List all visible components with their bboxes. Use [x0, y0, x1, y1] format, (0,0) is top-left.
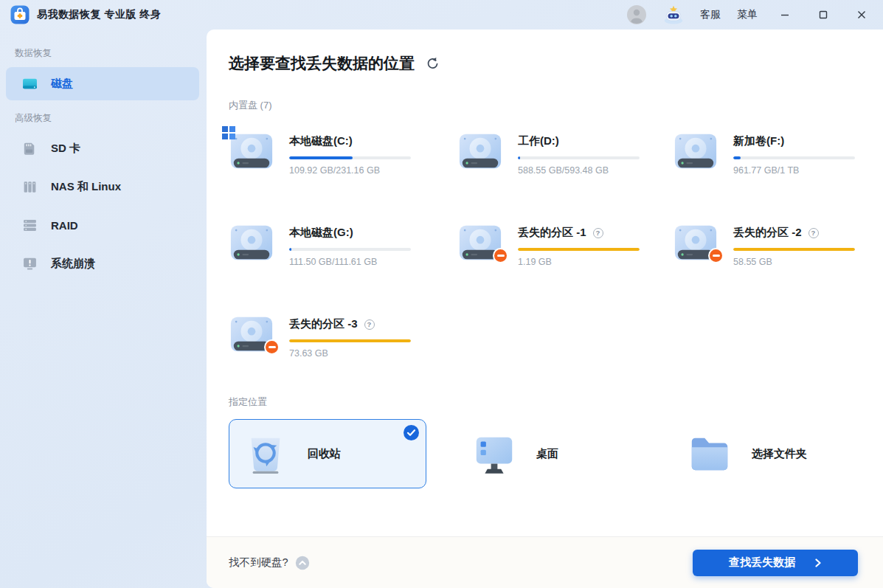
disk-capacity: 111.50 GB/111.61 GB: [289, 257, 411, 267]
assistant-mascot-icon[interactable]: [663, 4, 684, 25]
disk-drive-icon: [457, 131, 503, 173]
refresh-icon: [426, 57, 440, 71]
disk-name: 工作(D:): [518, 134, 559, 148]
titlebar: 易我数据恢复 专业版 终身 客服: [0, 0, 883, 30]
main-panel: 选择要查找丢失数据的位置 内置盘 (7) 本地磁盘(C:): [207, 30, 883, 588]
chevron-up-circle-icon: [295, 556, 310, 570]
sidebar-item-raid[interactable]: RAID: [6, 209, 199, 242]
capacity-bar: [289, 339, 411, 342]
sidebar: 数据恢复 磁盘 高级恢复 SD 卡 NAS 和 Linux RAID 系统崩溃: [0, 30, 207, 588]
help-icon[interactable]: ?: [364, 319, 375, 330]
disk-name: 丢失的分区 -1: [518, 226, 586, 240]
maximize-button[interactable]: [812, 5, 834, 24]
footer: 找不到硬盘? 查找丢失数据: [207, 536, 883, 588]
disk-card-new-volume-f[interactable]: 新加卷(F:) 961.77 GB/1 TB: [673, 131, 861, 176]
capacity-bar: [289, 248, 411, 251]
help-icon[interactable]: ?: [593, 228, 603, 238]
chevron-right-icon: [814, 558, 822, 567]
app-title: 易我数据恢复 专业版 终身: [37, 8, 161, 21]
location-label: 桌面: [536, 447, 558, 461]
menu-button[interactable]: 菜单: [737, 8, 758, 21]
specified-locations-label: 指定位置: [229, 395, 861, 409]
sidebar-item-sd-card[interactable]: SD 卡: [6, 132, 199, 165]
internal-disks-label: 内置盘 (7): [229, 99, 861, 112]
sidebar-item-system-crash[interactable]: 系统崩溃: [6, 247, 199, 280]
close-button[interactable]: [851, 5, 873, 24]
disk-name: 本地磁盘(G:): [289, 226, 353, 240]
lost-partition-badge-icon: [708, 248, 724, 263]
scan-button-label: 查找丢失数据: [729, 556, 795, 570]
refresh-button[interactable]: [425, 56, 440, 71]
sidebar-item-label: 系统崩溃: [51, 257, 95, 271]
check-badge-icon: [404, 425, 419, 440]
disk-grid: 本地磁盘(C:) 109.92 GB/231.16 GB 工作(D:) 588.…: [229, 131, 861, 359]
app-logo-icon: [10, 5, 30, 24]
cannot-find-disk-help[interactable]: 找不到硬盘?: [229, 556, 310, 570]
disk-name: 丢失的分区 -2: [733, 226, 802, 240]
disk-capacity: 961.77 GB/1 TB: [733, 165, 855, 176]
capacity-bar: [733, 248, 855, 251]
windows-badge-icon: [222, 126, 228, 132]
disk-card-local-disk-g[interactable]: 本地磁盘(G:) 111.50 GB/111.61 GB: [229, 223, 457, 267]
sidebar-section: 高级恢复 SD 卡 NAS 和 Linux RAID 系统崩溃: [0, 112, 207, 280]
user-avatar-icon: [627, 5, 646, 24]
sidebar-section: 数据恢复 磁盘: [0, 47, 207, 100]
sidebar-item-label: SD 卡: [51, 142, 80, 156]
sidebar-section-label: 数据恢复: [15, 47, 207, 60]
disk-name: 新加卷(F:): [733, 134, 784, 148]
capacity-bar: [733, 156, 855, 159]
disk-capacity: 73.63 GB: [289, 348, 411, 359]
minimize-button[interactable]: [774, 5, 796, 24]
page-title: 选择要查找丢失数据的位置: [229, 53, 415, 74]
location-card-recycle-bin[interactable]: 回收站: [229, 419, 426, 488]
scan-for-lost-data-button[interactable]: 查找丢失数据: [693, 550, 858, 576]
disk-drive-icon: [229, 131, 274, 173]
location-card-desktop[interactable]: 桌面: [457, 419, 655, 488]
close-icon: [856, 10, 867, 20]
disk-teal-icon: [22, 76, 38, 91]
help-icon[interactable]: ?: [808, 228, 819, 238]
app-window: 易我数据恢复 专业版 终身 客服: [0, 0, 883, 588]
lost-partition-badge-icon: [493, 248, 508, 263]
capacity-bar: [289, 156, 411, 159]
location-card-select-folder[interactable]: 选择文件夹: [673, 419, 870, 488]
disk-name: 本地磁盘(C:): [289, 134, 353, 148]
sidebar-section-label: 高级恢复: [15, 112, 207, 125]
desktop-icon: [471, 431, 517, 477]
disk-capacity: 58.55 GB: [733, 257, 855, 267]
folder-icon: [687, 431, 733, 477]
minimize-icon: [780, 10, 790, 20]
disk-card-lost-partition-1[interactable]: 丢失的分区 -1 ? 1.19 GB: [457, 223, 673, 267]
sidebar-item-label: NAS 和 Linux: [51, 180, 121, 194]
sidebar-sections: 数据恢复 磁盘 高级恢复 SD 卡 NAS 和 Linux RAID 系统崩溃: [0, 47, 207, 280]
disk-card-local-disk-c[interactable]: 本地磁盘(C:) 109.92 GB/231.16 GB: [229, 131, 457, 176]
sidebar-item-label: 磁盘: [51, 77, 73, 91]
location-label: 回收站: [308, 447, 341, 461]
avatar[interactable]: [626, 4, 647, 25]
sidebar-item-disk[interactable]: 磁盘: [6, 67, 199, 100]
disk-capacity: 109.92 GB/231.16 GB: [289, 165, 411, 176]
sidebar-item-nas-linux[interactable]: NAS 和 Linux: [6, 170, 199, 204]
disk-name: 丢失的分区 -3: [289, 317, 358, 331]
support-button[interactable]: 客服: [700, 8, 721, 21]
recycle-bin-icon: [243, 431, 288, 477]
system-crash-icon: [22, 256, 38, 271]
robot-mascot-icon: [663, 4, 684, 25]
disk-drive-icon: [229, 223, 274, 264]
nas-icon: [22, 179, 38, 195]
cannot-find-disk-label: 找不到硬盘?: [229, 556, 288, 570]
maximize-icon: [818, 10, 828, 20]
raid-icon: [22, 218, 38, 233]
capacity-bar: [518, 156, 640, 159]
sd-card-icon: [22, 141, 38, 156]
disk-card-lost-partition-3[interactable]: 丢失的分区 -3 ? 73.63 GB: [229, 314, 457, 359]
disk-card-work-d[interactable]: 工作(D:) 588.55 GB/593.48 GB: [457, 131, 673, 176]
location-grid: 回收站 桌面 选择文件夹: [229, 419, 861, 488]
disk-capacity: 588.55 GB/593.48 GB: [518, 165, 640, 176]
location-label: 选择文件夹: [752, 447, 807, 461]
disk-card-lost-partition-2[interactable]: 丢失的分区 -2 ? 58.55 GB: [673, 223, 861, 267]
disk-drive-icon: [673, 131, 718, 173]
capacity-bar: [518, 248, 640, 251]
sidebar-item-label: RAID: [51, 219, 78, 232]
lost-partition-badge-icon: [264, 339, 280, 355]
